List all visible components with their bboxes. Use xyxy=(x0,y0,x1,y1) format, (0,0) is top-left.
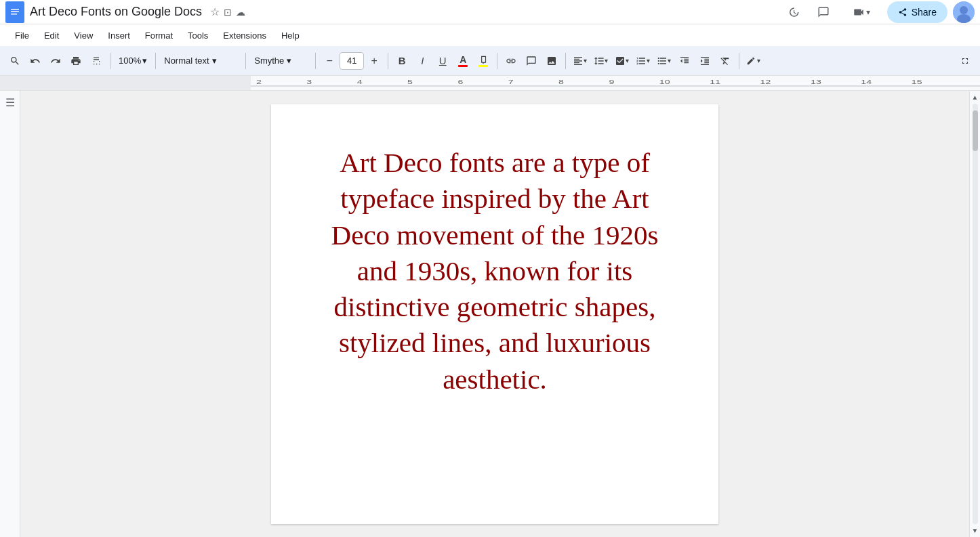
menu-bar: File Edit View Insert Format Tools Exten… xyxy=(0,24,980,46)
ruler: 2 3 4 5 6 7 8 9 10 11 12 13 14 15 xyxy=(0,76,980,91)
scrollbar-thumb[interactable] xyxy=(973,110,978,151)
font-size-decrease[interactable]: − xyxy=(320,51,339,71)
toolbar: 100% ▾ Normal text ▾ Smythe ▾ − + B I U … xyxy=(0,46,980,76)
checklist-button[interactable]: ▾ xyxy=(612,51,632,71)
menu-extensions[interactable]: Extensions xyxy=(216,28,273,43)
zoom-chevron: ▾ xyxy=(142,56,147,66)
document-page: Art Deco fonts are a type of typeface in… xyxy=(271,104,718,524)
redo-button[interactable] xyxy=(46,51,65,71)
font-size-input[interactable] xyxy=(340,52,364,70)
svg-text:8: 8 xyxy=(558,79,564,86)
zoom-dropdown[interactable]: 100% ▾ xyxy=(115,54,151,67)
print-button[interactable] xyxy=(66,51,85,71)
svg-text:10: 10 xyxy=(659,79,670,86)
svg-text:2: 2 xyxy=(256,79,262,86)
underline-button[interactable]: U xyxy=(433,51,452,71)
text-color-a: A xyxy=(460,55,466,64)
main-area: ☰ Art Deco fonts are a type of typeface … xyxy=(0,91,980,537)
text-color-bar xyxy=(458,65,468,67)
svg-text:9: 9 xyxy=(609,79,615,86)
meet-chevron[interactable]: ▾ xyxy=(866,7,870,17)
separator-5 xyxy=(388,53,388,69)
document-title: Art Deco Fonts on Google Docs xyxy=(30,5,202,19)
ruler-left-margin xyxy=(0,76,251,90)
line-spacing-button[interactable]: ▾ xyxy=(591,51,611,71)
link-button[interactable] xyxy=(502,51,520,71)
separator-3 xyxy=(245,53,246,69)
google-docs-icon xyxy=(5,1,24,23)
ruler-content: 2 3 4 5 6 7 8 9 10 11 12 13 14 15 xyxy=(251,76,980,90)
separator-8 xyxy=(739,53,739,69)
svg-text:7: 7 xyxy=(508,79,514,86)
history-button[interactable] xyxy=(781,0,806,24)
style-dropdown[interactable]: Normal text ▾ xyxy=(160,54,241,67)
svg-text:11: 11 xyxy=(710,79,720,86)
star-icon[interactable]: ☆ xyxy=(210,5,220,18)
top-right-actions: ▾ Share xyxy=(781,0,975,24)
scroll-down-button[interactable]: ▼ xyxy=(972,527,979,534)
scrollbar-track[interactable] xyxy=(973,104,978,524)
outline-icon[interactable]: ☰ xyxy=(5,96,15,109)
menu-insert[interactable]: Insert xyxy=(101,28,137,43)
clear-formatting-button[interactable] xyxy=(716,51,735,71)
svg-text:4: 4 xyxy=(357,79,363,86)
comments-button[interactable] xyxy=(811,0,836,24)
menu-edit[interactable]: Edit xyxy=(37,28,66,43)
menu-format[interactable]: Format xyxy=(138,28,180,43)
text-color-button[interactable]: A xyxy=(453,51,472,71)
separator-4 xyxy=(315,53,316,69)
svg-rect-3 xyxy=(11,14,17,15)
title-bar: Art Deco Fonts on Google Docs ☆ ⊡ ☁ ▾ Sh… xyxy=(0,0,980,24)
separator-1 xyxy=(110,53,110,69)
font-value: Smythe xyxy=(254,56,284,66)
font-size-increase[interactable]: + xyxy=(365,51,384,71)
title-action-icons: ☆ ⊡ ☁ xyxy=(210,5,245,18)
folder-icon[interactable]: ⊡ xyxy=(224,7,232,18)
svg-text:12: 12 xyxy=(760,79,771,86)
search-button[interactable] xyxy=(5,51,24,71)
insert-image-button[interactable] xyxy=(542,51,561,71)
add-comment-button[interactable] xyxy=(522,51,541,71)
user-avatar[interactable] xyxy=(953,1,975,23)
separator-2 xyxy=(155,53,156,69)
document-content[interactable]: Art Deco fonts are a type of typeface in… xyxy=(325,145,664,398)
edit-mode-button[interactable]: ▾ xyxy=(743,51,763,71)
italic-button[interactable]: I xyxy=(413,51,432,71)
svg-text:13: 13 xyxy=(811,79,821,86)
font-dropdown[interactable]: Smythe ▾ xyxy=(250,54,311,67)
cloud-icon[interactable]: ☁ xyxy=(236,7,245,18)
scroll-up-button[interactable]: ▲ xyxy=(972,93,979,101)
menu-tools[interactable]: Tools xyxy=(181,28,215,43)
left-panel: ☰ xyxy=(0,91,20,537)
menu-view[interactable]: View xyxy=(67,28,100,43)
bold-button[interactable]: B xyxy=(392,51,411,71)
svg-rect-2 xyxy=(11,11,19,12)
svg-text:14: 14 xyxy=(861,79,872,86)
share-button[interactable]: Share xyxy=(887,1,947,23)
alignment-button[interactable]: ▾ xyxy=(570,51,590,71)
svg-rect-1 xyxy=(11,9,19,10)
menu-file[interactable]: File xyxy=(8,28,36,43)
style-chevron: ▾ xyxy=(212,56,217,66)
bullet-list-button[interactable]: ▾ xyxy=(654,51,674,71)
expand-button[interactable] xyxy=(956,51,975,71)
meet-button[interactable]: ▾ xyxy=(841,0,882,24)
svg-text:15: 15 xyxy=(912,79,922,86)
share-label: Share xyxy=(912,7,937,18)
document-area[interactable]: Art Deco fonts are a type of typeface in… xyxy=(20,91,969,537)
highlight-color-bar xyxy=(478,65,488,67)
increase-indent-button[interactable] xyxy=(695,51,714,71)
paint-format-button[interactable] xyxy=(87,51,106,71)
svg-point-5 xyxy=(960,6,968,14)
decrease-indent-button[interactable] xyxy=(675,51,694,71)
undo-button[interactable] xyxy=(26,51,45,71)
separator-6 xyxy=(497,53,497,69)
svg-text:6: 6 xyxy=(457,79,463,86)
numbered-list-button[interactable]: ▾ xyxy=(633,51,653,71)
highlight-button[interactable] xyxy=(474,51,493,71)
menu-help[interactable]: Help xyxy=(274,28,306,43)
font-chevron: ▾ xyxy=(287,56,291,66)
style-value: Normal text xyxy=(164,56,209,66)
font-size-control: − + xyxy=(320,51,384,71)
svg-text:5: 5 xyxy=(407,79,413,86)
